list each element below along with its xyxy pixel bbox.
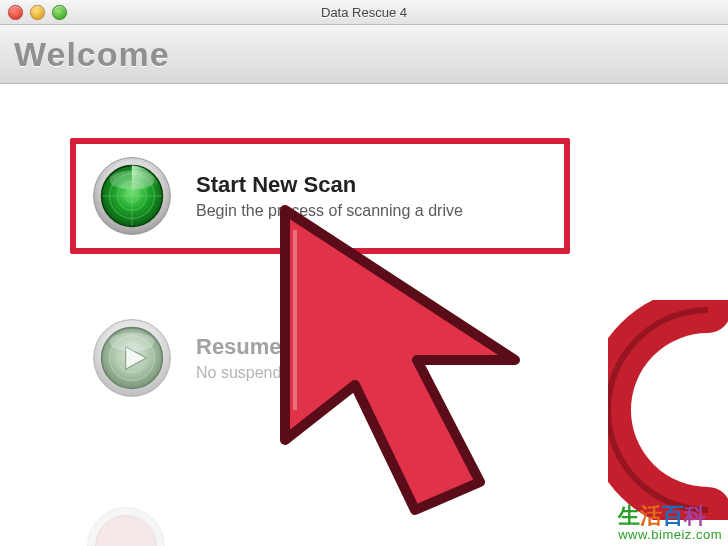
radar-icon	[92, 156, 172, 236]
option-resume-suspended[interactable]: Resume Suspe No suspended scans fo	[70, 300, 570, 416]
option-title: Resume Suspe	[196, 334, 363, 360]
minimize-window-button[interactable]	[30, 5, 45, 20]
option-subtitle: No suspended scans fo	[196, 364, 363, 382]
svg-point-13	[110, 332, 155, 351]
toolbar: Welcome	[0, 25, 728, 84]
watermark-brand: 生活百科	[618, 504, 722, 528]
option-subtitle: Begin the process of scanning a drive	[196, 202, 463, 220]
option-resume-texts: Resume Suspe No suspended scans fo	[196, 334, 363, 382]
option-title: Start New Scan	[196, 172, 463, 198]
close-window-button[interactable]	[8, 5, 23, 20]
svg-point-7	[110, 170, 155, 189]
radar-icon-faded	[86, 506, 166, 546]
window-title: Data Rescue 4	[0, 5, 728, 20]
window-titlebar: Data Rescue 4	[0, 0, 728, 25]
option-start-new-scan[interactable]: Start New Scan Begin the process of scan…	[70, 138, 570, 254]
option-start-new-scan-texts: Start New Scan Begin the process of scan…	[196, 172, 463, 220]
window-controls	[8, 5, 67, 20]
page-title: Welcome	[14, 35, 170, 74]
watermark: 生活百科 www.bimeiz.com	[618, 504, 722, 542]
app-logo-partial	[608, 300, 728, 520]
zoom-window-button[interactable]	[52, 5, 67, 20]
radar-play-icon	[92, 318, 172, 398]
watermark-url: www.bimeiz.com	[618, 528, 722, 542]
